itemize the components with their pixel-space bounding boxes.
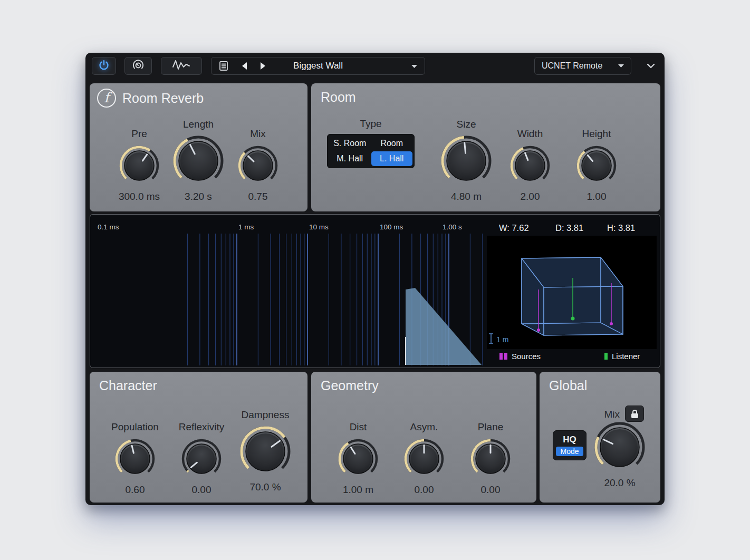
type-option-s-room[interactable]: S. Room <box>329 136 371 151</box>
knob-value: 0.00 <box>481 484 501 496</box>
pre-knob[interactable]: Pre 300.0 ms <box>115 128 164 202</box>
size-knob[interactable]: Size 4.80 m <box>437 118 495 202</box>
knob-value: 3.20 s <box>185 191 212 202</box>
type-option-room[interactable]: Room <box>371 136 413 151</box>
knob-label: Reflexivity <box>179 421 225 433</box>
hq-mode-button[interactable]: HQ Mode <box>553 430 586 460</box>
sources-legend-swatch <box>504 353 507 360</box>
knob-label: Height <box>582 128 611 140</box>
type-option-l-hall[interactable]: L. Hall <box>371 151 413 166</box>
plane-knob[interactable]: Plane 0.00 <box>466 421 515 496</box>
plugin-logo: f <box>97 89 116 108</box>
knob-dial[interactable] <box>334 435 382 483</box>
type-label: Type <box>327 118 415 130</box>
mode-label: Mode <box>556 447 583 456</box>
next-preset-button[interactable] <box>260 62 266 70</box>
sources-legend-swatch <box>499 353 503 360</box>
knob-label: Asym. <box>410 421 438 433</box>
caret-down-icon <box>618 64 624 67</box>
knob-value: 1.00 <box>587 191 607 202</box>
room-3d-box <box>522 257 623 335</box>
global-mix-knob[interactable]: 20.0 % <box>591 418 649 489</box>
knob-label: Dampness <box>242 409 290 421</box>
knob-label: Length <box>183 118 214 131</box>
previous-arrow-icon <box>241 62 247 70</box>
dist-knob[interactable]: Dist 1.00 m <box>334 421 382 496</box>
knob-dial[interactable] <box>572 141 621 190</box>
preset-bar: Biggest Wall <box>211 57 425 75</box>
macro-dial-button[interactable] <box>124 57 152 75</box>
height-knob[interactable]: Height 1.00 <box>572 128 621 202</box>
chevron-down-icon <box>647 63 655 69</box>
panel-title: Character <box>99 378 157 393</box>
knob-dial[interactable] <box>115 141 164 190</box>
next-arrow-icon <box>260 62 266 70</box>
listener-legend-label: Listener <box>612 352 640 361</box>
sources-legend-label: Sources <box>512 352 541 361</box>
knob-value: 2.00 <box>521 191 540 202</box>
knob-value: 0.00 <box>192 484 211 496</box>
type-option-m-hall[interactable]: M. Hall <box>329 151 371 166</box>
time-tick-label: 10 ms <box>309 223 329 231</box>
panel-title: Geometry <box>321 378 379 393</box>
time-tick-label: 1.00 s <box>443 223 462 231</box>
dial-icon <box>132 59 145 73</box>
panel-title: Room <box>321 90 356 105</box>
preset-dropdown-button[interactable] <box>411 65 417 68</box>
remote-selector[interactable]: UCNET Remote <box>534 57 631 75</box>
knob-label: Dist <box>350 421 367 433</box>
knob-dial[interactable] <box>169 132 227 190</box>
width-knob[interactable]: Width 2.00 <box>506 128 554 202</box>
character-panel: Character Population 0.60 Reflexivity 0.… <box>90 372 307 503</box>
time-tick-label: 1 ms <box>238 223 254 231</box>
knob-dial[interactable] <box>234 141 282 190</box>
panel-title: Room Reverb <box>122 91 204 106</box>
room-panel: Room Type S. Room Room M. Hall L. Hall S… <box>311 83 660 211</box>
knob-dial[interactable] <box>236 422 294 480</box>
knob-dial[interactable] <box>437 132 495 190</box>
screen: Biggest Wall UCNET Remote f Room Reverb … <box>0 0 750 560</box>
knob-label: Width <box>517 128 543 140</box>
knob-dial[interactable] <box>466 435 515 483</box>
global-panel: Global Mix HQ Mode 20.0 % <box>540 372 660 503</box>
dampness-knob[interactable]: Dampness 70.0 % <box>236 409 294 493</box>
caret-down-icon <box>411 65 417 68</box>
scale-label: 1 m <box>496 335 508 344</box>
time-tick-label: 0.1 ms <box>98 223 119 231</box>
room-type-selector: S. Room Room M. Hall L. Hall <box>327 134 415 168</box>
room-depth-readout: D: 3.81 <box>555 223 583 233</box>
preset-list-button[interactable] <box>219 61 228 71</box>
reflexivity-knob[interactable]: Reflexivity 0.00 <box>177 421 226 496</box>
previous-preset-button[interactable] <box>241 62 247 70</box>
collapse-header-button[interactable] <box>639 57 662 75</box>
knob-value: 0.00 <box>415 484 434 496</box>
mix-knob[interactable]: Mix 0.75 <box>234 128 282 202</box>
envelope-view-button[interactable] <box>161 57 202 75</box>
population-knob[interactable]: Population 0.60 <box>111 421 159 496</box>
lock-icon <box>632 410 637 413</box>
panel-title: Global <box>549 378 587 393</box>
power-button[interactable] <box>92 57 116 75</box>
knob-dial[interactable] <box>111 435 159 483</box>
room-reverb-plugin-window: Biggest Wall UCNET Remote f Room Reverb … <box>85 53 665 505</box>
knob-label: Population <box>111 421 159 433</box>
knob-label: Mix <box>250 128 266 140</box>
asym-knob[interactable]: Asym. 0.00 <box>400 421 448 496</box>
knob-value: 1.00 m <box>343 484 373 496</box>
room-width-readout: W: 7.62 <box>499 223 529 233</box>
knob-dial[interactable] <box>506 141 554 190</box>
power-icon <box>98 59 110 73</box>
knob-dial[interactable] <box>591 418 649 476</box>
length-knob[interactable]: Length 3.20 s <box>169 118 227 202</box>
hq-label: HQ <box>563 435 576 445</box>
remote-label: UCNET Remote <box>542 61 602 71</box>
knob-dial[interactable] <box>400 435 448 483</box>
knob-value: 70.0 % <box>249 481 281 493</box>
knob-dial[interactable] <box>177 435 226 483</box>
reverb-visualization: 0.1 ms 1 ms 10 ms 100 ms 1.00 s W: 7.62 … <box>90 214 660 368</box>
listener-legend-swatch <box>604 353 608 360</box>
room-height-readout: H: 3.81 <box>607 223 635 233</box>
knob-label: Pre <box>131 128 147 140</box>
document-icon <box>219 61 228 71</box>
knob-label: Plane <box>478 421 504 433</box>
